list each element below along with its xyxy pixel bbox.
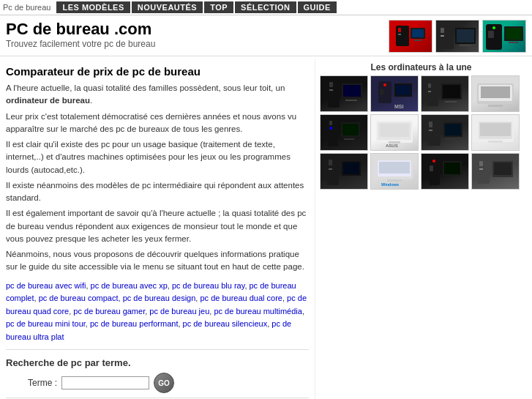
link-compact[interactable]: pc de bureau compact xyxy=(39,294,119,302)
search1-go-button[interactable]: GO xyxy=(154,373,174,393)
svg-rect-14 xyxy=(488,31,494,38)
svg-rect-10 xyxy=(457,29,474,42)
svg-rect-41 xyxy=(329,121,332,125)
grid-image-8[interactable] xyxy=(471,114,520,151)
search1-title: Recherche de pc par terme. xyxy=(6,357,309,368)
divider-2 xyxy=(6,398,309,398)
link-performant[interactable]: pc de bureau performant xyxy=(90,319,178,328)
right-sidebar: Les ordinateurs à la une xyxy=(315,59,527,399)
link-jeu[interactable]: pc de bureau jeu xyxy=(149,307,209,316)
svg-rect-73 xyxy=(430,165,433,171)
para-4: Il existe néanmoins des modèles de pc in… xyxy=(6,179,309,205)
svg-rect-38 xyxy=(481,86,510,98)
svg-text:MSI: MSI xyxy=(394,104,404,109)
sidebar-title: Les ordinateurs à la une xyxy=(320,62,522,72)
link-minitour[interactable]: pc de bureau mini tour xyxy=(6,319,86,328)
link-xp[interactable]: pc de bureau avec xp xyxy=(91,281,168,290)
svg-rect-45 xyxy=(344,138,354,140)
site-title: PC de bureau .com xyxy=(6,20,155,39)
product-image-grid: MSI xyxy=(320,75,522,190)
svg-rect-7 xyxy=(441,28,444,33)
svg-rect-17 xyxy=(509,42,519,43)
logo-area: PC de bureau .com Trouvez facilement vot… xyxy=(6,20,155,49)
svg-rect-75 xyxy=(444,163,460,174)
grid-image-12[interactable] xyxy=(471,153,520,190)
grid-image-10[interactable]: Windows xyxy=(370,153,419,190)
svg-rect-2 xyxy=(398,34,401,35)
svg-point-25 xyxy=(383,83,386,86)
svg-rect-23 xyxy=(345,100,357,101)
svg-rect-55 xyxy=(445,124,461,135)
grid-image-1[interactable] xyxy=(320,75,368,112)
header-pc-image-2 xyxy=(435,20,479,53)
svg-rect-31 xyxy=(428,83,431,88)
svg-point-72 xyxy=(432,160,435,163)
nav-link-guide[interactable]: GUIDE xyxy=(298,1,337,13)
search1-term-label: Terme : xyxy=(6,378,57,388)
page-header: PC de bureau .com Trouvez facilement vot… xyxy=(0,15,532,56)
svg-rect-1 xyxy=(398,28,401,32)
svg-rect-20 xyxy=(329,89,333,91)
svg-rect-4 xyxy=(412,29,424,37)
main-content: Comparateur de prix de pc de bureau A l'… xyxy=(0,56,532,399)
link-bluray[interactable]: pc de bureau blu ray xyxy=(172,281,244,290)
svg-rect-52 xyxy=(429,122,432,127)
links-section: pc de bureau avec wifi, pc de bureau ave… xyxy=(6,280,309,344)
svg-rect-44 xyxy=(342,124,359,135)
grid-image-3[interactable] xyxy=(421,75,469,112)
svg-rect-5 xyxy=(414,40,422,41)
svg-rect-35 xyxy=(445,101,457,102)
header-pc-image-1 xyxy=(389,20,432,53)
grid-image-2[interactable]: MSI xyxy=(370,75,419,112)
header-pc-image-3 xyxy=(482,20,526,53)
grid-image-11[interactable] xyxy=(421,153,469,190)
grid-image-7[interactable] xyxy=(421,114,469,151)
header-images xyxy=(389,20,526,53)
comparateur-title: Comparateur de prix de pc de bureau xyxy=(6,65,309,78)
svg-rect-22 xyxy=(343,85,361,97)
grid-image-5[interactable] xyxy=(320,114,368,151)
svg-rect-78 xyxy=(479,168,483,170)
nav-link-modeles[interactable]: LES MODÈLES xyxy=(56,1,130,13)
search-by-term: Recherche de pc par terme. Terme : GO xyxy=(6,357,309,393)
divider-1 xyxy=(6,349,309,350)
svg-rect-28 xyxy=(396,85,411,95)
svg-rect-48 xyxy=(380,124,409,137)
svg-rect-16 xyxy=(506,28,522,40)
svg-point-42 xyxy=(329,127,332,130)
nav-link-nouveautes[interactable]: NOUVEAUTÉS xyxy=(132,1,203,13)
svg-rect-80 xyxy=(494,163,512,175)
para-6: Néanmoins, nous vous proposons de découv… xyxy=(6,248,309,274)
svg-rect-0 xyxy=(396,26,409,46)
para-2: Leur prix c'est totalement démocratisé c… xyxy=(6,111,309,136)
link-dualcore[interactable]: pc de bureau dual core xyxy=(200,294,282,302)
svg-rect-56 xyxy=(445,138,457,140)
grid-image-4[interactable] xyxy=(471,75,520,112)
svg-rect-60 xyxy=(488,141,503,143)
svg-text:ASUS: ASUS xyxy=(386,143,398,148)
link-multimedia[interactable]: pc de bureau multimédia xyxy=(214,307,301,316)
svg-rect-63 xyxy=(329,168,332,170)
nav-link-top[interactable]: TOP xyxy=(204,1,233,13)
search1-term-input[interactable] xyxy=(61,376,149,389)
svg-rect-19 xyxy=(329,82,333,87)
search1-term-row: Terme : GO xyxy=(6,373,309,393)
bold-ordinateur: ordinateur de bureau xyxy=(6,96,90,105)
link-design[interactable]: pc de bureau design xyxy=(123,294,196,302)
svg-rect-62 xyxy=(329,160,332,165)
link-gamer[interactable]: pc de bureau gamer xyxy=(73,307,145,316)
grid-image-6[interactable]: ASUS xyxy=(370,114,419,151)
link-silencieux[interactable]: pc de bureau silencieux xyxy=(183,319,268,328)
link-wifi[interactable]: pc de bureau avec wifi xyxy=(6,281,86,290)
site-name-label: Pc de bureau xyxy=(3,3,50,12)
top-navigation: Pc de bureau LES MODÈLES NOUVEAUTÉS TOP … xyxy=(0,0,532,15)
grid-image-9[interactable] xyxy=(320,153,368,190)
para-5: Il est également important de savoir qu'… xyxy=(6,207,309,245)
svg-rect-53 xyxy=(429,130,432,131)
svg-text:Windows: Windows xyxy=(381,182,399,187)
svg-rect-77 xyxy=(479,161,483,166)
svg-rect-34 xyxy=(443,85,460,98)
svg-rect-26 xyxy=(380,89,383,95)
tagline: Trouvez facilement votre pc de bureau xyxy=(6,39,155,49)
nav-link-selection[interactable]: SÉLECTION xyxy=(235,1,296,13)
